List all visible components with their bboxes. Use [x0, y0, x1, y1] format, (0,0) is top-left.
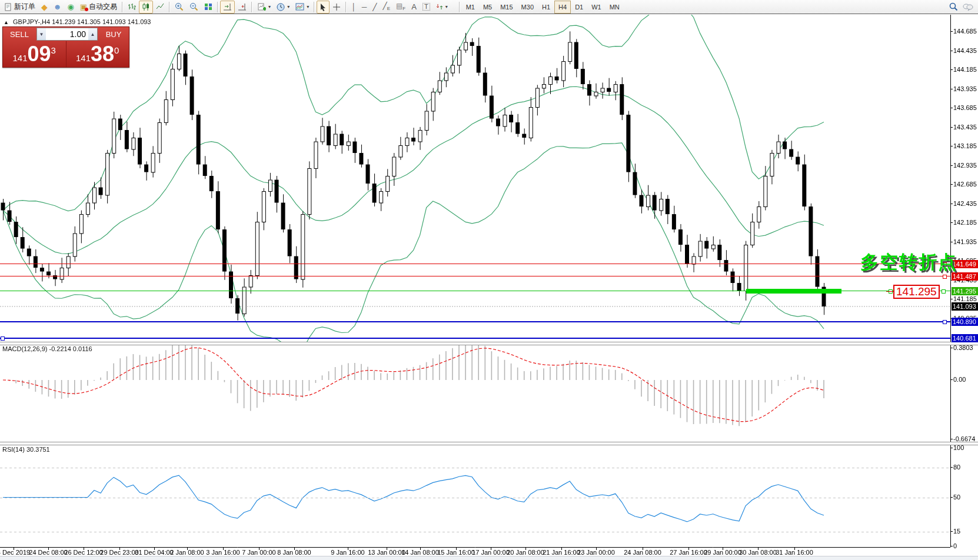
dropdown-arrow-icon[interactable]: ▾ — [287, 4, 290, 9]
time-tick-label: 24 Dec 08:00 — [29, 549, 67, 556]
vertical-line-icon: │ — [351, 4, 356, 11]
macd-header: MACD(12,26,9) -0.2214 0.0116 — [2, 345, 92, 352]
text-tool-button[interactable]: A — [408, 1, 420, 14]
chart-annotation-text[interactable]: 多空转折点 — [860, 250, 957, 275]
pane-separator[interactable] — [0, 442, 978, 445]
horizontal-line-141.649[interactable] — [0, 264, 950, 264]
collapse-triangle-icon[interactable]: ▲ — [4, 19, 9, 25]
price-tick-label: 141.185 — [953, 295, 977, 302]
time-tick-label: 3 Dec 2019 — [0, 549, 30, 556]
bar-chart-button[interactable] — [125, 1, 139, 14]
volume-input[interactable]: 1.00 — [46, 28, 88, 40]
person-cloud-icon: ☻ — [54, 3, 62, 11]
time-tick-label: 30 Jan 08:00 — [739, 549, 777, 556]
sell-button[interactable]: SELL — [3, 27, 36, 41]
zoom-out-icon — [189, 2, 198, 11]
time-tick-label: 26 Dec 12:00 — [64, 549, 102, 556]
signal-icon: ◉ — [67, 3, 74, 11]
time-tick-label: 15 Jan 16:00 — [437, 549, 475, 556]
macd-tick-label: 0.00 — [953, 376, 966, 383]
templates-button[interactable]: ▾ — [292, 1, 312, 14]
time-tick-label: 20 Jan 08:00 — [507, 549, 544, 556]
timeframe-m15[interactable]: M15 — [496, 1, 517, 14]
periods-button[interactable]: ▾ — [274, 1, 292, 14]
line-handle[interactable] — [943, 320, 947, 324]
time-tick-label: 27 Jan 16:00 — [670, 549, 707, 556]
horizontal-line-tool-button[interactable]: ─ — [359, 1, 370, 14]
timeframe-h4[interactable]: H4 — [554, 1, 571, 14]
equidistant-channel-icon: ╱E — [382, 2, 390, 11]
fibonacci-tool-button[interactable]: ▤F — [393, 1, 408, 14]
bar-open-value: 141.239 — [52, 18, 75, 25]
chart-window[interactable]: ▲ GBPJPY-,H4 141.239 141.305 141.093 141… — [0, 15, 978, 560]
time-tick-label: 3 Jan 16:00 — [206, 549, 240, 556]
arrows-icon — [436, 3, 443, 11]
price-callout-label[interactable]: 141.295 — [893, 285, 940, 299]
indicators-add-icon — [257, 3, 266, 11]
time-tick-label: 24 Jan 08:00 — [624, 549, 661, 556]
timeframe-m30[interactable]: M30 — [517, 1, 538, 14]
timeframe-w1[interactable]: W1 — [587, 1, 606, 14]
timeframe-h1[interactable]: H1 — [538, 1, 554, 14]
buy-price-button[interactable]: 141380 — [66, 41, 129, 67]
macd-title: MACD(12,26,9) — [2, 345, 47, 352]
zoom-in-button[interactable] — [172, 1, 187, 14]
chart-shift-button[interactable] — [235, 1, 250, 14]
sell-price-button[interactable]: 141093 — [3, 41, 66, 67]
volume-increase-button[interactable]: ▲ — [88, 28, 97, 40]
arrows-tool-button[interactable]: ▾ — [433, 1, 451, 14]
sell-price-prefix: 141 — [13, 53, 28, 63]
cursor-tool-button[interactable] — [317, 1, 330, 14]
pane-separator[interactable] — [0, 342, 978, 345]
new-order-button[interactable]: 新订单 — [1, 1, 38, 14]
horizontal-line-140.89[interactable] — [0, 321, 950, 322]
indicators-button[interactable]: ▾ — [254, 1, 274, 14]
timeframe-d1[interactable]: D1 — [571, 1, 587, 14]
gold-icon: ◆ — [41, 3, 48, 11]
dropdown-arrow-icon[interactable]: ▾ — [307, 4, 309, 9]
bar-close-value: 141.093 — [128, 18, 151, 25]
time-tick-label: 9 Jan 16:00 — [331, 549, 365, 556]
zoom-out-button[interactable] — [187, 1, 201, 14]
metaeditor-button[interactable]: ◆ — [38, 1, 51, 14]
line-chart-button[interactable] — [153, 1, 167, 14]
horizontal-line-141.487[interactable] — [0, 276, 950, 276]
line-handle[interactable] — [943, 275, 947, 279]
time-tick-label: 2 Jan 08:00 — [170, 549, 204, 556]
signals-button[interactable]: ◉ — [64, 1, 76, 14]
horizontal-line-140.681[interactable] — [0, 338, 950, 339]
vertical-line-tool-button[interactable]: │ — [348, 1, 359, 14]
channel-tool-button[interactable]: ╱E — [380, 1, 393, 14]
timeframe-m1[interactable]: M1 — [462, 1, 479, 14]
timeframe-m5[interactable]: M5 — [479, 1, 496, 14]
thick-trend-segment[interactable] — [746, 289, 841, 294]
dropdown-arrow-icon[interactable]: ▾ — [268, 4, 271, 9]
line-handle[interactable] — [942, 289, 946, 294]
price-chart-canvas[interactable] — [0, 15, 978, 560]
cursor-icon — [320, 3, 327, 11]
line-handle[interactable] — [1, 336, 5, 341]
buy-button[interactable]: BUY — [98, 27, 129, 41]
search-icon[interactable] — [949, 2, 958, 11]
new-order-icon — [4, 3, 12, 11]
price-tick-label: 142.435 — [953, 200, 977, 207]
tile-windows-button[interactable] — [201, 1, 215, 14]
auto-scroll-button[interactable] — [220, 1, 235, 14]
time-tick-label: 7 Jan 00:00 — [242, 549, 276, 556]
dropdown-arrow-icon[interactable]: ▾ — [445, 4, 448, 9]
fibonacci-icon: ▤F — [396, 2, 405, 11]
timeframe-mn[interactable]: MN — [606, 1, 624, 14]
candlestick-chart-button[interactable] — [139, 1, 153, 14]
status-strip — [0, 556, 978, 560]
trendline-tool-button[interactable]: ╱ — [370, 1, 380, 14]
buy-price-pip: 0 — [114, 45, 119, 55]
time-tick-label: 31 Jan 16:00 — [776, 549, 813, 556]
rsi-level-line — [0, 468, 950, 468]
community-button[interactable]: ☻ — [51, 1, 65, 14]
price-tick-label: 144.685 — [953, 28, 977, 35]
crosshair-tool-button[interactable] — [330, 1, 344, 14]
autotrading-button[interactable]: ▣ 自动交易 — [77, 1, 120, 14]
volume-decrease-button[interactable]: ▼ — [37, 28, 46, 40]
chat-icon[interactable] — [963, 3, 973, 11]
text-label-tool-button[interactable]: T — [420, 1, 433, 14]
